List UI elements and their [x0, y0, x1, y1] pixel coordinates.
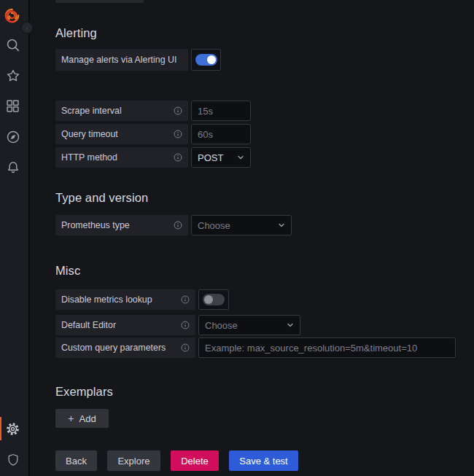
manage-alerts-row: Manage alerts via Alerting UI	[55, 49, 221, 71]
http-method-label: HTTP method	[61, 152, 117, 163]
add-exemplar-button[interactable]: + Add	[55, 409, 109, 428]
scrape-interval-input[interactable]	[191, 101, 251, 121]
cropped-element-top	[55, 0, 144, 3]
star-icon[interactable]	[3, 66, 23, 85]
prometheus-type-label-box: Prometheus type	[55, 215, 188, 235]
info-icon[interactable]	[180, 343, 190, 353]
explore-button[interactable]: Explore	[107, 450, 160, 471]
active-nav-indicator	[0, 417, 1, 440]
default-editor-row: Default Editor Choose	[55, 315, 300, 335]
sidebar	[0, 0, 30, 476]
section-title-alerting: Alerting	[55, 26, 97, 40]
scrape-interval-label-box: Scrape interval	[55, 101, 188, 121]
info-icon[interactable]	[173, 106, 183, 116]
query-timeout-label-box: Query timeout	[55, 124, 188, 144]
scrape-interval-label: Scrape interval	[61, 106, 122, 116]
http-method-value: POST	[198, 152, 223, 163]
prometheus-type-select[interactable]: Choose	[191, 215, 292, 235]
search-icon[interactable]	[3, 35, 23, 55]
section-title-misc: Misc	[55, 264, 80, 278]
default-editor-label-box: Default Editor	[55, 315, 195, 335]
info-icon[interactable]	[173, 152, 183, 163]
chevron-down-icon	[236, 153, 245, 162]
custom-query-parameters-label: Custom query parameters	[61, 343, 166, 353]
prometheus-type-label: Prometheus type	[61, 220, 130, 230]
disable-metrics-lookup-label: Disable metrics lookup	[61, 294, 152, 305]
compass-icon[interactable]	[3, 127, 23, 147]
chevron-down-icon	[286, 321, 295, 329]
info-icon[interactable]	[173, 129, 183, 139]
manage-alerts-label-box: Manage alerts via Alerting UI	[55, 49, 188, 71]
info-icon[interactable]	[180, 294, 190, 305]
query-timeout-label: Query timeout	[61, 129, 118, 139]
http-method-label-box: HTTP method	[55, 147, 188, 168]
custom-query-parameters-row: Custom query parameters	[55, 338, 456, 358]
info-icon[interactable]	[173, 220, 183, 230]
disable-metrics-lookup-label-box: Disable metrics lookup	[55, 289, 195, 310]
manage-alerts-toggle[interactable]	[191, 49, 221, 71]
disable-metrics-lookup-row: Disable metrics lookup	[55, 289, 229, 310]
gear-icon[interactable]	[3, 419, 23, 439]
http-method-select[interactable]: POST	[191, 147, 251, 168]
manage-alerts-label: Manage alerts via Alerting UI	[61, 55, 176, 65]
plus-icon: +	[68, 413, 74, 424]
add-button-label: Add	[79, 413, 96, 424]
default-editor-select[interactable]: Choose	[198, 315, 300, 335]
back-button[interactable]: Back	[55, 450, 97, 471]
chevron-down-icon	[277, 221, 286, 230]
save-and-test-button[interactable]: Save & test	[229, 450, 298, 471]
scrape-interval-row: Scrape interval	[55, 101, 251, 121]
grafana-logo-icon[interactable]	[4, 7, 20, 24]
bell-icon[interactable]	[3, 157, 23, 177]
custom-query-parameters-label-box: Custom query parameters	[55, 338, 195, 358]
apps-grid-icon[interactable]	[3, 96, 23, 116]
delete-button[interactable]: Delete	[171, 450, 219, 471]
http-method-row: HTTP method POST	[55, 147, 251, 168]
prometheus-type-row: Prometheus type Choose	[55, 215, 292, 235]
default-editor-value: Choose	[205, 320, 238, 331]
section-title-type-version: Type and version	[55, 191, 148, 205]
disable-metrics-lookup-toggle[interactable]	[198, 289, 229, 310]
query-timeout-row: Query timeout	[55, 124, 251, 144]
query-timeout-input[interactable]	[191, 124, 251, 144]
section-title-exemplars: Exemplars	[55, 385, 113, 399]
custom-query-parameters-input[interactable]	[198, 338, 456, 358]
prometheus-type-value: Choose	[198, 220, 230, 231]
shield-icon[interactable]	[3, 450, 23, 469]
expand-sidebar-button[interactable]	[20, 21, 34, 34]
info-icon[interactable]	[180, 320, 190, 330]
default-editor-label: Default Editor	[61, 320, 116, 330]
